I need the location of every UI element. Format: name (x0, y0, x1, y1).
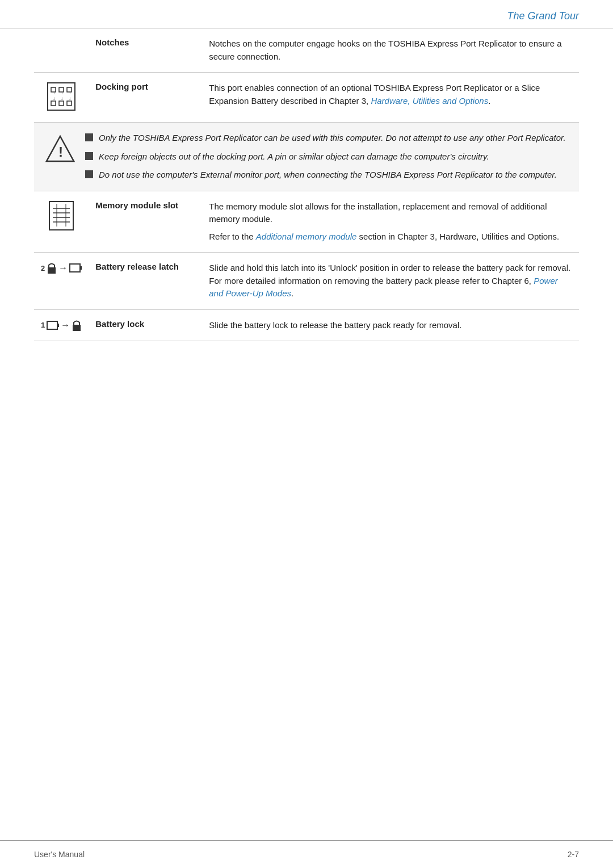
hardware-utilities-link[interactable]: Hardware, Utilities and Options (371, 96, 488, 106)
svg-rect-22 (48, 267, 56, 274)
svg-rect-27 (73, 325, 81, 331)
footer-left: User's Manual (34, 850, 85, 859)
table-row: Memory module slot The memory module slo… (34, 191, 579, 253)
main-table: Notches Notches on the computer engage h… (34, 28, 579, 341)
svg-text:!: ! (58, 144, 63, 160)
arrow-icon: → (58, 263, 68, 273)
desc-memory-para2: Refer to the Additional memory module se… (209, 230, 572, 244)
warning-cell: ! Only the TOSHIBA Express Port Replicat… (34, 123, 579, 191)
term-memory-module: Memory module slot (89, 191, 202, 253)
svg-rect-15 (49, 202, 73, 230)
page-title: The Grand Tour (507, 10, 579, 22)
icon-cell-battery-release: 2 → (34, 253, 89, 310)
svg-rect-26 (57, 324, 59, 327)
table-row: 1 → Battery lock (34, 309, 579, 341)
warning-item-3: Do not use the computer's External monit… (85, 169, 568, 182)
svg-text:↓: ↓ (61, 96, 63, 101)
warning-bullet-2 (85, 152, 93, 160)
page-footer: User's Manual 2-7 (0, 840, 613, 868)
svg-rect-23 (70, 264, 80, 272)
icon-cell-battery-lock: 1 → (34, 309, 89, 341)
icon-cell-docking: ↑ ↑ ↑ ↓ ↓ ↓ (34, 73, 89, 123)
term-notches: Notches (89, 28, 202, 73)
table-row: ↑ ↑ ↑ ↓ ↓ ↓ Docking port This port enabl… (34, 73, 579, 123)
svg-rect-24 (80, 266, 82, 270)
warning-item-1: Only the TOSHIBA Express Port Replicator… (85, 132, 568, 145)
svg-rect-4 (51, 101, 56, 106)
term-battery-lock: Battery lock (89, 309, 202, 341)
svg-rect-6 (67, 101, 72, 106)
warning-text-3: Do not use the computer's External monit… (99, 169, 557, 182)
warning-triangle-icon: ! (45, 134, 75, 165)
footer-right: 2-7 (568, 850, 579, 859)
warning-bullet-3 (85, 170, 93, 178)
svg-rect-5 (59, 101, 64, 106)
desc-memory-para1: The memory module slot allows for the in… (209, 200, 572, 226)
icon-cell-notches (34, 28, 89, 73)
battery-release-icon: 2 → (41, 262, 82, 274)
svg-text:↑: ↑ (61, 90, 63, 95)
battery-release-number: 2 (41, 264, 45, 272)
main-content: Notches Notches on the computer engage h… (0, 28, 613, 341)
desc-battery-lock: Slide the battery lock to release the ba… (202, 309, 579, 341)
desc-memory-module: The memory module slot allows for the in… (202, 191, 579, 253)
battery-lock-number: 1 (41, 321, 45, 329)
svg-text:↑: ↑ (69, 90, 71, 95)
warning-content: Only the TOSHIBA Express Port Replicator… (85, 132, 568, 182)
table-row: Notches Notches on the computer engage h… (34, 28, 579, 73)
svg-text:↓: ↓ (53, 96, 55, 101)
warning-inner: ! Only the TOSHIBA Express Port Replicat… (45, 132, 568, 182)
svg-rect-25 (47, 321, 57, 329)
warning-bullet-1 (85, 133, 93, 141)
warning-item-2: Keep foreign objects out of the docking … (85, 150, 568, 163)
desc-docking-port: This port enables connection of an optio… (202, 73, 579, 123)
desc-notches: Notches on the computer engage hooks on … (202, 28, 579, 73)
page-header: The Grand Tour (0, 0, 613, 28)
icon-cell-memory (34, 191, 89, 253)
warning-text-2: Keep foreign objects out of the docking … (99, 150, 489, 163)
term-docking-port: Docking port (89, 73, 202, 123)
additional-memory-link[interactable]: Additional memory module (256, 232, 357, 241)
term-battery-release: Battery release latch (89, 253, 202, 310)
warning-row: ! Only the TOSHIBA Express Port Replicat… (34, 123, 579, 191)
battery-lock-icon: 1 → (41, 319, 82, 332)
table-row: 2 → Battery release la (34, 253, 579, 310)
docking-port-icon: ↑ ↑ ↑ ↓ ↓ ↓ (47, 82, 76, 111)
power-modes-link[interactable]: Power and Power-Up Modes (209, 276, 558, 299)
memory-module-icon (48, 200, 74, 231)
svg-text:↑: ↑ (53, 90, 55, 95)
svg-text:↓: ↓ (69, 96, 71, 101)
desc-battery-release: Slide and hold this latch into its 'Unlo… (202, 253, 579, 310)
warning-text-1: Only the TOSHIBA Express Port Replicator… (99, 132, 566, 145)
arrow-icon-2: → (61, 320, 70, 330)
